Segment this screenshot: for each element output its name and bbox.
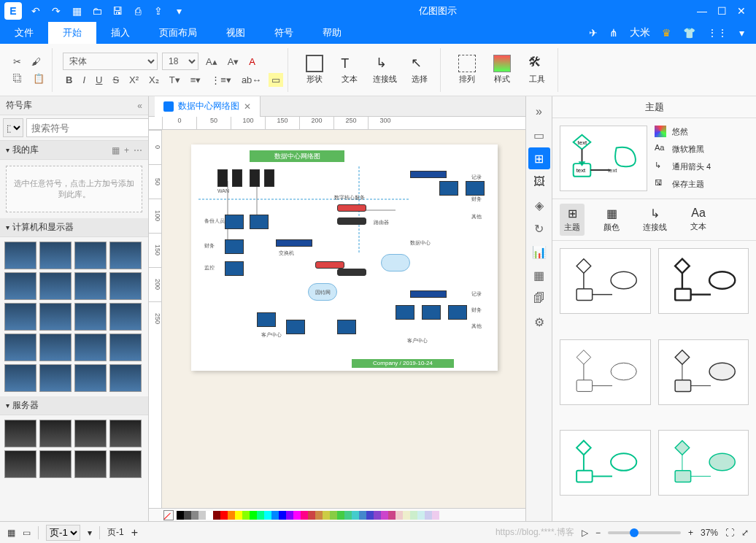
symbol-thumb[interactable] (4, 303, 36, 331)
lib-grid-icon[interactable]: ▦ (112, 145, 120, 155)
symbol-thumb[interactable] (109, 450, 142, 478)
number-list-button[interactable]: ⋮≡▾ (208, 73, 234, 87)
theme-option[interactable] (560, 430, 651, 496)
symbol-thumb[interactable] (4, 272, 36, 300)
switch-node[interactable] (276, 239, 312, 247)
lib-more-icon[interactable]: ⋯ (134, 145, 142, 155)
superscript-button[interactable]: X² (126, 73, 142, 87)
color-swatch[interactable] (388, 511, 396, 520)
user-label[interactable]: 大米 (630, 26, 650, 39)
bullet-list-button[interactable]: ≡▾ (188, 73, 204, 87)
send-icon[interactable]: ✈ (589, 27, 598, 39)
symbol-thumb[interactable] (74, 420, 107, 447)
text-direction-button[interactable]: ab↔ (239, 73, 264, 87)
color-swatch[interactable] (293, 511, 301, 520)
theme-option[interactable] (658, 248, 749, 314)
color-swatch[interactable] (213, 511, 220, 520)
symbol-thumb[interactable] (74, 242, 107, 269)
new-button[interactable]: ▦ (67, 1, 86, 20)
close-tab-icon[interactable]: ✕ (244, 101, 251, 112)
server-section[interactable]: 服务器 (0, 396, 148, 415)
app-logo[interactable]: E (4, 2, 22, 20)
router-node[interactable] (337, 269, 366, 276)
color-swatch[interactable] (264, 511, 271, 520)
pc-node[interactable] (257, 312, 276, 327)
open-button[interactable]: 🗀 (88, 1, 107, 20)
color-swatch[interactable] (206, 511, 213, 520)
zoom-in-button[interactable]: + (688, 528, 693, 538)
symbol-thumb[interactable] (39, 364, 72, 392)
color-swatch[interactable] (403, 511, 410, 520)
switch-node[interactable] (410, 171, 447, 178)
color-swatch[interactable] (279, 511, 286, 520)
symbol-thumb[interactable] (39, 242, 72, 269)
fit-page-icon[interactable]: ⛶ (725, 528, 734, 538)
arrange-tool[interactable]: 排列 (451, 55, 483, 85)
subscript-button[interactable]: X₂ (146, 73, 162, 87)
symbol-thumb[interactable] (109, 303, 142, 331)
subtab-text[interactable]: Aa文本 (686, 204, 711, 236)
color-swatch[interactable] (184, 511, 191, 520)
view-outline-icon[interactable]: ▭ (23, 528, 31, 538)
pc-node[interactable] (396, 305, 414, 320)
cloud-node[interactable] (381, 254, 410, 272)
tab-page-layout[interactable]: 页面布局 (144, 22, 212, 44)
save-theme-button[interactable]: 🖫保存主题 (655, 178, 749, 190)
share-icon[interactable]: ⋔ (609, 27, 618, 39)
switch-node[interactable] (410, 290, 447, 298)
tab-help[interactable]: 帮助 (308, 22, 356, 44)
rail-clip-icon[interactable]: 🗐 (528, 288, 550, 309)
server-node[interactable] (232, 169, 242, 187)
color-swatch[interactable] (396, 511, 403, 520)
minimize-button[interactable]: — (697, 5, 707, 17)
tools-tool[interactable]: 🛠工具 (521, 55, 553, 85)
rail-format-icon[interactable]: ▭ (528, 124, 550, 146)
undo-button[interactable]: ↶ (26, 1, 45, 20)
apps-icon[interactable]: ⋮⋮ (707, 27, 728, 39)
cut-button[interactable]: ✂ (10, 55, 24, 69)
rail-chart-icon[interactable]: 📊 (528, 241, 550, 263)
color-swatch[interactable] (315, 511, 323, 520)
collapse-left-icon[interactable]: « (137, 101, 142, 111)
page-dropdown-icon[interactable]: ▾ (88, 528, 92, 538)
symbol-thumb[interactable] (4, 242, 36, 269)
server-node[interactable] (250, 169, 260, 187)
format-painter-button[interactable]: 🖌 (28, 55, 44, 69)
text-case-button[interactable]: T▾ (166, 73, 183, 87)
tab-view[interactable]: 视图 (212, 22, 260, 44)
color-swatch[interactable] (344, 511, 352, 520)
print-button[interactable]: ⎙ (128, 1, 147, 20)
computer-section[interactable]: 计算机和显示器 (0, 218, 148, 237)
font-shrink-button[interactable]: A▾ (225, 55, 242, 69)
rail-settings-icon[interactable]: ⚙ (528, 311, 550, 333)
color-swatch[interactable] (352, 511, 359, 520)
pc-node[interactable] (286, 320, 305, 334)
symbol-thumb[interactable] (109, 364, 142, 392)
color-swatch[interactable] (301, 511, 308, 520)
symbol-thumb[interactable] (39, 420, 72, 447)
router-node[interactable] (337, 204, 366, 212)
diagram-page[interactable]: 数据中心网络图 WAN (191, 145, 498, 371)
symbol-thumb[interactable] (74, 272, 107, 300)
symbol-thumb[interactable] (74, 303, 107, 331)
color-swatch[interactable] (308, 511, 315, 520)
symbol-thumb[interactable] (39, 272, 72, 300)
firewall-node[interactable] (315, 261, 344, 269)
pc-node[interactable] (225, 261, 244, 276)
italic-button[interactable]: I (80, 73, 88, 87)
presentation-icon[interactable]: ▷ (582, 528, 588, 538)
color-swatch[interactable] (330, 511, 337, 520)
pc-node[interactable] (337, 320, 356, 334)
highlight-button[interactable]: ▭ (269, 73, 283, 87)
symbol-thumb[interactable] (109, 272, 142, 300)
rail-layers-icon[interactable]: ◈ (528, 194, 550, 216)
subtab-theme[interactable]: ⊞主题 (560, 204, 585, 236)
tab-insert[interactable]: 插入 (96, 22, 144, 44)
color-swatch[interactable] (220, 511, 228, 520)
symbol-thumb[interactable] (109, 334, 142, 361)
shape-tool[interactable]: 形状 (298, 55, 331, 85)
rail-theme-icon[interactable]: ⊞ (528, 147, 550, 169)
color-swatch[interactable] (432, 511, 439, 520)
theme-option[interactable] (658, 430, 749, 496)
color-swatch[interactable] (417, 511, 425, 520)
